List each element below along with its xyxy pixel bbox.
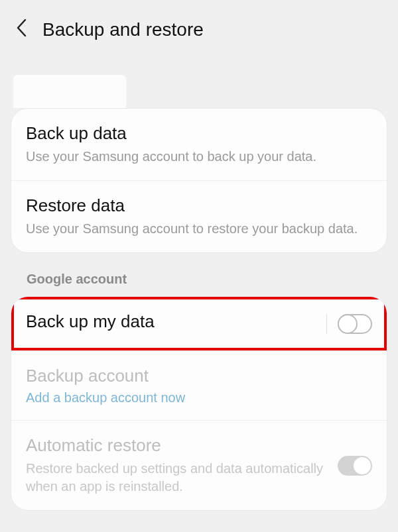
back-icon[interactable] [16, 19, 28, 40]
backup-data-title: Back up data [26, 123, 372, 144]
tab-placeholder [13, 75, 126, 108]
restore-data-desc: Use your Samsung account to restore your… [26, 220, 372, 238]
google-account-section-header: Google account [0, 253, 398, 296]
divider [326, 314, 327, 334]
backup-account-title: Backup account [26, 366, 372, 386]
page-title: Backup and restore [42, 19, 204, 40]
backup-data-desc: Use your Samsung account to back up your… [26, 148, 372, 166]
google-account-card: Back up my data Backup account Add a bac… [11, 296, 387, 511]
automatic-restore-title: Automatic restore [26, 435, 327, 456]
samsung-account-card: Back up data Use your Samsung account to… [11, 108, 387, 253]
backup-data-row[interactable]: Back up data Use your Samsung account to… [11, 109, 387, 180]
add-backup-account-link[interactable]: Add a backup account now [26, 390, 372, 405]
automatic-restore-desc: Restore backed up settings and data auto… [26, 460, 327, 496]
backup-account-row[interactable]: Backup account Add a backup account now [11, 351, 387, 420]
header: Backup and restore [0, 0, 398, 47]
restore-data-row[interactable]: Restore data Use your Samsung account to… [11, 180, 387, 252]
automatic-restore-toggle[interactable] [338, 456, 372, 476]
restore-data-title: Restore data [26, 195, 372, 216]
automatic-restore-row[interactable]: Automatic restore Restore backed up sett… [11, 421, 387, 510]
backup-my-data-row[interactable]: Back up my data [11, 297, 387, 350]
backup-my-data-title: Back up my data [26, 311, 314, 332]
backup-my-data-toggle[interactable] [338, 314, 372, 334]
